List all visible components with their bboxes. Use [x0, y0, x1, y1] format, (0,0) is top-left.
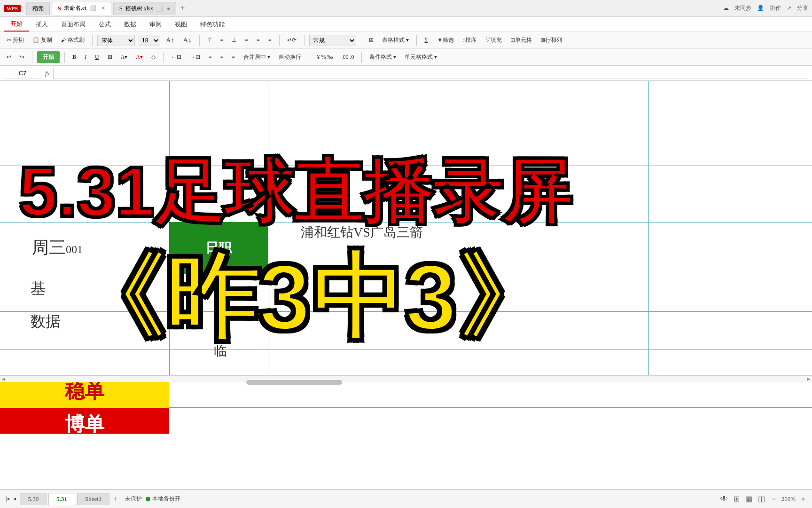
ribbon-tab-insert[interactable]: 插入 [29, 17, 55, 32]
tab-tree-label: 摇钱树.xlsx [125, 5, 153, 13]
btn-font-shrink[interactable]: A↓ [180, 35, 194, 45]
formula-input[interactable] [53, 68, 808, 79]
btn-align2-left[interactable]: ≡ [206, 53, 215, 62]
horizontal-scrollbar[interactable]: ◂ ▸ [0, 375, 812, 382]
btn-align2-center[interactable]: ≡ [218, 53, 226, 62]
cell-ji: 基 [31, 278, 46, 299]
cell-reference-input[interactable] [4, 68, 41, 79]
ribbon-tab-special[interactable]: 特色功能 [194, 17, 231, 32]
btn-underline[interactable]: U [92, 53, 102, 62]
ribbon-tabs: 开始 插入 页面布局 公式 数据 审阅 视图 特色功能 [0, 17, 812, 32]
tab2-dot-icon: ● [167, 5, 170, 12]
btn-align-top[interactable]: ⊤ [204, 36, 215, 45]
add-tab-button[interactable]: + [180, 3, 185, 13]
tab-close-icon[interactable]: ✕ [101, 5, 105, 11]
view-grid-icon[interactable]: ▦ [745, 494, 752, 503]
btn-italic[interactable]: I [82, 53, 89, 62]
tab-daoke-label: 稻壳 [32, 5, 44, 13]
btn-align-bottom[interactable]: ⊥ [229, 36, 239, 45]
btn-sort[interactable]: ↕排序 [460, 35, 479, 45]
btn-percent[interactable]: ¥ % ‰ [314, 53, 336, 62]
format-type-select[interactable]: 常规 [309, 35, 356, 46]
btn-start[interactable]: 开始 [37, 51, 60, 63]
fx-label: fx [45, 70, 49, 77]
btn-indent-right[interactable]: →⊟ [187, 53, 203, 62]
zoom-control: － 200% ＋ [771, 495, 806, 503]
ribbon-tab-data[interactable]: 数据 [117, 17, 143, 32]
xlsx-icon: S [119, 5, 123, 12]
btn-border[interactable]: ⊞ [105, 53, 115, 62]
btn-copy[interactable]: 📋 复制 [30, 35, 55, 45]
sheet-tab-531[interactable]: 5.31 [48, 493, 75, 505]
btn-row-col[interactable]: ⊠行和列 [538, 35, 565, 45]
cell-shu: 数据 [31, 311, 61, 332]
formula-bar: fx [0, 66, 812, 81]
btn-font-color[interactable]: A▾ [133, 53, 146, 62]
font-name-select[interactable]: 宋体 [97, 35, 135, 46]
btn-align-right[interactable]: ≡ [265, 36, 274, 45]
scroll-right-arrow[interactable]: ▸ [805, 375, 812, 383]
share-label[interactable]: 分享 [797, 4, 808, 12]
ribbon-tab-review[interactable]: 审阅 [143, 17, 168, 32]
tab2-minimize-icon[interactable]: ⬜ [156, 5, 163, 12]
add-sheet-button[interactable]: + [113, 495, 117, 503]
btn-align-left[interactable]: ≡ [242, 36, 251, 45]
zoom-in-button[interactable]: ＋ [800, 495, 806, 503]
tab-daoke[interactable]: 稻壳 [26, 2, 50, 15]
view-split-icon[interactable]: ◫ [758, 494, 765, 503]
btn-redo[interactable]: ↪ [17, 53, 27, 62]
btn-align-middle[interactable]: ≡ [218, 36, 226, 45]
tab-unnamed[interactable]: S 未命名.et ⬜ ✕ [52, 2, 111, 15]
btn-fill-color[interactable]: A▾ [118, 53, 131, 62]
cloud-icon: ☁ [723, 5, 729, 12]
sync-label[interactable]: 未同步 [734, 4, 751, 12]
btn-format-painter[interactable]: 🖌 格式刷 [58, 35, 87, 45]
btn-fill[interactable]: ▽填充 [482, 35, 505, 45]
row-gamble-right [169, 408, 812, 434]
tab-tree[interactable]: S 摇钱树.xlsx ⬜ ● [113, 2, 177, 15]
status-bar-left: |◂ ◂ 5.30 5.31 Sheet1 + 未保护 本地备份开 [6, 493, 180, 505]
wps-logo[interactable]: WPS [4, 5, 21, 12]
btn-erase[interactable]: ◇ [148, 53, 158, 62]
view-normal-icon[interactable]: 👁 [720, 495, 728, 503]
btn-sum[interactable]: Σ [422, 35, 431, 46]
ribbon-tab-view[interactable]: 视图 [168, 17, 194, 32]
btn-indent-left[interactable]: ←⊟ [168, 53, 184, 62]
h-scroll-thumb[interactable] [246, 380, 342, 385]
collab-label[interactable]: 协作 [770, 4, 781, 12]
ribbon-tab-layout[interactable]: 页面布局 [55, 17, 92, 32]
sheet-tab-530[interactable]: 5.30 [20, 493, 47, 505]
btn-merge[interactable]: 合并居中 ▾ [241, 52, 273, 62]
ribbon-tab-start[interactable]: 开始 [4, 17, 29, 32]
btn-filter[interactable]: ▼筛选 [434, 35, 457, 45]
btn-cell-format[interactable]: 单元格格式 ▾ [402, 52, 440, 62]
view-page-icon[interactable]: ⊞ [734, 494, 740, 503]
btn-undo[interactable]: ↩ [4, 53, 14, 62]
sub-title: 《昨3中3》 [70, 250, 551, 344]
btn-table-style[interactable]: 表格样式 ▾ [379, 35, 412, 45]
btn-bold[interactable]: B [70, 53, 79, 62]
btn-align-center[interactable]: ≡ [254, 36, 263, 45]
stable-label: 稳单 [65, 378, 104, 405]
btn-num-format[interactable]: .00 .0 [338, 53, 357, 62]
btn-align2-right[interactable]: ≡ [229, 53, 238, 62]
btn-font-grow[interactable]: A↑ [163, 35, 177, 45]
btn-cell-style[interactable]: ⊡单元格 [508, 35, 535, 45]
tab-minimize-icon[interactable]: ⬜ [89, 5, 96, 12]
zoom-out-button[interactable]: － [771, 495, 777, 503]
sheet-tab-sheet1[interactable]: Sheet1 [77, 493, 109, 505]
protection-status: 未保护 [125, 495, 142, 503]
btn-table[interactable]: ⊞ [366, 36, 376, 45]
ribbon-tab-formula[interactable]: 公式 [92, 17, 117, 32]
toolbar-row2: ↩ ↪ 开始 B I U ⊞ A▾ A▾ ◇ ←⊟ →⊟ ≡ ≡ ≡ 合并居中 … [0, 49, 812, 66]
btn-wrap[interactable]: ↵⟳ [284, 36, 299, 45]
font-size-select[interactable]: 18 [138, 35, 160, 46]
scroll-left-arrow[interactable]: ◂ [0, 375, 7, 383]
btn-cond-format[interactable]: 条件格式 ▾ [367, 52, 399, 62]
tab-unnamed-label: 未命名.et [64, 4, 86, 12]
nav-prev[interactable]: ◂ [13, 495, 16, 502]
main-title: 5.31足球直播录屏 [19, 157, 812, 227]
btn-auto-wrap[interactable]: 自动换行 [276, 52, 304, 62]
btn-cut[interactable]: ✂ 剪切 [4, 35, 27, 45]
nav-first[interactable]: |◂ [6, 495, 9, 502]
